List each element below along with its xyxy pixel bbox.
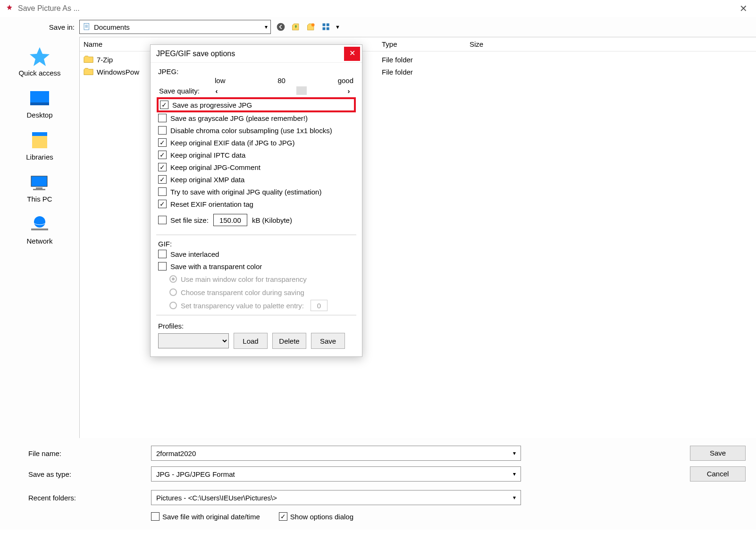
svg-rect-0	[84, 24, 89, 30]
svg-rect-18	[31, 228, 48, 230]
quality-increase-button[interactable]: ›	[344, 87, 353, 95]
place-this-pc[interactable]: This PC	[11, 172, 68, 203]
keep-comment-checkbox[interactable]: Keep original JPG-Comment	[158, 161, 354, 173]
document-icon	[83, 23, 91, 31]
svg-rect-15	[36, 187, 42, 189]
gif-group-label: GIF:	[156, 238, 356, 248]
interlaced-checkbox[interactable]: Save interlaced	[158, 248, 354, 260]
pc-icon	[28, 172, 51, 193]
svg-rect-8	[323, 27, 326, 30]
close-icon[interactable]: ✕	[344, 47, 360, 61]
quality-decrease-button[interactable]: ‹	[212, 87, 221, 95]
save-button[interactable]: Save	[690, 446, 746, 461]
svg-rect-6	[323, 24, 326, 26]
folder-icon	[84, 68, 94, 76]
progressive-jpg-checkbox[interactable]: Save as progressive JPG	[158, 99, 354, 111]
folder-icon	[84, 55, 94, 64]
star-icon	[28, 46, 51, 67]
dialog-title: JPEG/GIF save options	[156, 50, 235, 58]
svg-rect-16	[33, 189, 45, 190]
svg-rect-13	[32, 132, 47, 136]
place-network[interactable]: Network	[11, 214, 68, 245]
quality-slider[interactable]	[225, 86, 340, 95]
save-original-date-checkbox[interactable]: Save file with original date/time	[151, 512, 260, 521]
back-button[interactable]	[275, 21, 287, 33]
filesize-input[interactable]	[213, 214, 247, 226]
svg-point-5	[311, 24, 315, 27]
window-title: Save Picture As ...	[18, 4, 80, 13]
savetype-label: Save as type:	[28, 470, 151, 478]
chevron-down-icon: ▾	[513, 471, 516, 477]
grayscale-jpg-checkbox[interactable]: Save as grayscale JPG (please remember!)	[158, 112, 354, 124]
svg-rect-9	[327, 27, 329, 30]
jpeg-gif-options-dialog: JPEG/GIF save options ✕ JPEG: low 80 goo…	[150, 44, 362, 357]
titlebar: Save Picture As ... ✕	[0, 0, 756, 17]
filename-label: File name:	[28, 449, 151, 457]
savein-value: Documents	[94, 23, 130, 31]
place-libraries[interactable]: Libraries	[11, 130, 68, 161]
set-filesize-checkbox[interactable]: Set file size:	[158, 214, 209, 226]
up-folder-button[interactable]	[290, 21, 302, 33]
profiles-label: Profiles:	[158, 322, 184, 330]
svg-rect-11	[30, 102, 49, 105]
column-type[interactable]: Type	[382, 40, 470, 48]
keep-iptc-checkbox[interactable]: Keep original IPTC data	[158, 149, 354, 161]
original-quality-checkbox[interactable]: Try to save with original JPG quality (e…	[158, 186, 354, 198]
transparency-main-window-radio: Use main window color for transparency	[156, 272, 356, 286]
jpeg-group-label: JPEG:	[156, 66, 356, 76]
keep-xmp-checkbox[interactable]: Keep original XMP data	[158, 173, 354, 186]
svg-rect-14	[31, 176, 47, 186]
savein-combo[interactable]: Documents ▾	[79, 20, 271, 34]
load-button[interactable]: Load	[234, 333, 268, 349]
network-icon	[28, 214, 51, 235]
savein-toolbar: Save in: Documents ▾ ▼	[0, 17, 756, 37]
transparent-color-checkbox[interactable]: Save with a transparent color	[158, 260, 354, 272]
svg-point-17	[34, 216, 45, 228]
chevron-down-icon: ▾	[265, 24, 268, 30]
show-options-checkbox[interactable]: Show options dialog	[279, 512, 353, 521]
new-folder-button[interactable]	[305, 21, 317, 33]
chroma-subsampling-checkbox[interactable]: Disable chroma color subsampling (use 1x…	[158, 124, 354, 136]
app-icon	[5, 4, 14, 13]
svg-point-4	[277, 23, 285, 31]
transparency-choose-radio: Choose transparent color during saving	[156, 286, 356, 299]
svg-rect-12	[32, 135, 47, 148]
keep-exif-checkbox[interactable]: Keep original EXIF data (if JPG to JPG)	[158, 136, 354, 149]
places-bar: Quick access Desktop Libraries This PC N…	[0, 37, 79, 438]
desktop-icon	[28, 88, 51, 109]
place-desktop[interactable]: Desktop	[11, 88, 68, 119]
delete-button[interactable]: Delete	[272, 333, 306, 349]
cancel-button[interactable]: Cancel	[690, 466, 746, 482]
transparency-palette-radio: Set transparency value to palette entry:	[156, 299, 356, 312]
column-size[interactable]: Size	[470, 40, 756, 48]
libraries-icon	[28, 130, 51, 151]
savein-label: Save in:	[28, 23, 79, 31]
svg-rect-10	[30, 91, 49, 104]
svg-rect-7	[327, 24, 329, 26]
chevron-down-icon: ▾	[513, 450, 516, 457]
filename-combo[interactable]: 2format2020 ▾	[151, 446, 521, 461]
palette-entry-input	[311, 300, 328, 311]
profile-save-button[interactable]: Save	[311, 333, 345, 349]
chevron-down-icon: ▾	[513, 494, 516, 501]
chevron-down-icon[interactable]: ▼	[335, 24, 340, 30]
savetype-combo[interactable]: JPG - JPG/JPEG Format ▾	[151, 466, 521, 482]
view-button[interactable]	[320, 21, 332, 33]
place-quick-access[interactable]: Quick access	[11, 46, 68, 77]
close-icon[interactable]: ✕	[736, 3, 751, 14]
recent-label: Recent folders:	[28, 494, 151, 502]
bottom-panel: File name: 2format2020 ▾ Save Save as ty…	[0, 438, 756, 530]
profiles-select[interactable]	[158, 333, 229, 348]
reset-exif-orientation-checkbox[interactable]: Reset EXIF orientation tag	[158, 198, 354, 210]
quality-label: Save quality:	[159, 87, 208, 95]
recent-combo[interactable]: Pictures - <C:\Users\IEUser\Pictures\> ▾	[151, 490, 521, 505]
